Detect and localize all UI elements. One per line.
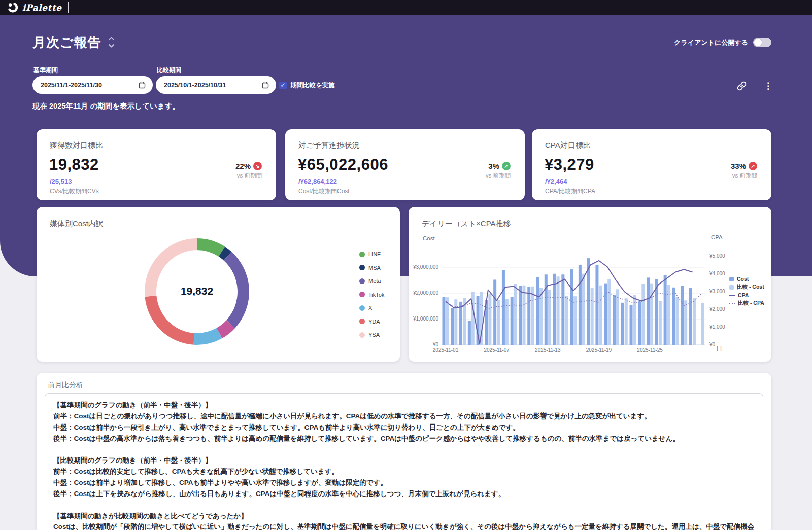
compare-checkbox[interactable]: ✓ [279, 82, 287, 89]
compare-cost-bar[interactable] [693, 298, 696, 345]
compare-cost-bar[interactable] [675, 297, 679, 345]
compare-cpa-line[interactable] [446, 292, 701, 308]
compare-cost-bar[interactable] [522, 286, 525, 345]
cost-bar[interactable] [689, 288, 692, 345]
cost-bar[interactable] [672, 288, 675, 345]
cost-bar[interactable] [621, 303, 624, 345]
kpi-label: CPA/比較期間CPA [545, 187, 595, 196]
kpi-value: ¥65,022,606 [298, 156, 388, 174]
daily-legend-item[interactable]: CPA [729, 291, 764, 299]
legend-dot-icon [359, 278, 365, 284]
share-link-button[interactable] [737, 81, 747, 91]
donut-chart-title: 媒体別Cost内訳 [50, 219, 104, 229]
compare-cost-bar[interactable] [625, 298, 628, 345]
compare-cost-bar[interactable] [591, 288, 594, 345]
donut-legend-item-TikTok[interactable]: TikTok [359, 288, 384, 302]
daily-legend-item[interactable]: Cost [729, 275, 764, 283]
report-select-chevrons-icon[interactable] [108, 36, 115, 49]
cost-bar[interactable] [570, 269, 573, 345]
compare-cost-bar[interactable] [641, 284, 645, 345]
legend-label: 比較 - Cost [737, 284, 764, 291]
daily-legend-item[interactable]: 比較 - CPA [729, 299, 764, 307]
legend-dot-icon [359, 319, 365, 324]
compare-cost-bar[interactable] [514, 284, 517, 345]
cost-bar[interactable] [681, 286, 684, 345]
compare-cost-bar[interactable] [454, 299, 457, 345]
cost-bar[interactable] [511, 297, 514, 345]
donut-legend: LINEMSAMetaTikTokXYDAYSA [359, 248, 384, 342]
analysis-title: 前月比分析 [48, 381, 83, 390]
cost-bar[interactable] [459, 302, 462, 345]
cost-bar[interactable] [638, 301, 641, 345]
cost-bar[interactable] [519, 286, 522, 345]
kpi-card-cpa: CPA対目標比 ¥3,279 /¥2,464 CPA/比較期間CPA 33% ↗… [532, 129, 771, 200]
donut-legend-item-LINE[interactable]: LINE [359, 248, 384, 261]
compare-cost-bar[interactable] [548, 290, 551, 345]
compare-cost-bar[interactable] [599, 286, 602, 345]
cost-bar[interactable] [468, 321, 471, 345]
compare-cost-bar[interactable] [582, 274, 585, 345]
donut-legend-item-YSA[interactable]: YSA [359, 328, 384, 342]
cost-bar[interactable] [579, 265, 582, 345]
legend-dot-icon [359, 332, 365, 338]
app-logo[interactable]: iPalette [0, 2, 62, 13]
cost-bar[interactable] [664, 275, 667, 345]
daily-cost-cpa-card: デイリーコスト×CPA推移 Cost CPA 日 ¥0¥1,000,000¥2,… [409, 207, 771, 362]
cost-bar[interactable] [502, 270, 505, 345]
compare-cost-bar[interactable] [488, 294, 491, 345]
kpi-title: 獲得数対目標比 [50, 140, 103, 150]
donut-legend-item-MSA[interactable]: MSA [359, 261, 384, 275]
cost-bar[interactable] [613, 295, 616, 345]
cost-bar[interactable] [443, 297, 446, 345]
cost-bar[interactable] [545, 274, 548, 345]
legend-swatch-icon [729, 295, 735, 296]
legend-swatch-icon [729, 277, 734, 281]
page-title: 月次ご報告 [32, 33, 101, 51]
compare-cost-bar[interactable] [565, 296, 568, 345]
cost-bar[interactable] [493, 279, 496, 345]
cost-bar[interactable] [595, 265, 598, 345]
compare-cost-bar[interactable] [659, 301, 662, 345]
cost-bar[interactable] [647, 277, 650, 345]
ipalette-logo-icon [7, 2, 18, 13]
legend-dot-icon [359, 265, 365, 270]
compare-period-input[interactable]: 2025/10/1-2025/10/31 [156, 76, 276, 94]
base-period-value: 2025/11/1-2025/11/30 [41, 82, 102, 89]
cost-bar[interactable] [451, 308, 454, 345]
compare-period-label: 比較期間 [157, 66, 181, 75]
analysis-textbox[interactable]: 【基準期間のグラフの動き（前半・中盤・後半）】 前半：Costは日ごとの振れがあ… [45, 393, 763, 530]
kpi-label: Cost/比較期間Cost [298, 187, 350, 196]
x-axis-tick-label: 2025-11-19 [586, 347, 612, 353]
compare-cost-bar[interactable] [446, 297, 449, 345]
compare-cost-bar[interactable] [701, 303, 704, 345]
donut-legend-item-YDA[interactable]: YDA [359, 315, 384, 329]
kpi-value: ¥3,279 [545, 156, 594, 174]
donut-legend-item-Meta[interactable]: Meta [359, 274, 384, 288]
more-menu-button[interactable]: ⋮ [764, 82, 772, 90]
cost-bar[interactable] [630, 305, 633, 345]
cost-bar[interactable] [561, 274, 564, 345]
base-period-input[interactable]: 2025/11/1-2025/11/30 [32, 76, 153, 94]
left-axis-tick-label: ¥0 [432, 342, 439, 347]
donut-legend-item-X[interactable]: X [359, 301, 384, 315]
legend-label: YSA [368, 332, 380, 338]
cost-bar[interactable] [604, 284, 607, 345]
compare-cost-bar[interactable] [607, 279, 611, 345]
legend-dot-icon [359, 252, 365, 257]
daily-legend-item[interactable]: 比較 - Cost [729, 283, 764, 291]
compare-cost-bar[interactable] [531, 287, 534, 345]
cost-bar[interactable] [536, 277, 539, 345]
legend-dot-icon [359, 305, 365, 311]
compare-cost-bar[interactable] [557, 276, 560, 345]
compare-cost-bar[interactable] [573, 296, 577, 345]
donut-segment-X[interactable] [194, 328, 222, 345]
kpi-card-cost: 対ご予算進捗状況 ¥65,022,606 /¥62,864,122 Cost/比… [285, 129, 525, 200]
publish-toggle[interactable] [753, 38, 771, 47]
donut-segment-YDA[interactable] [145, 296, 194, 345]
cost-bar[interactable] [527, 287, 530, 345]
compare-cost-bar[interactable] [471, 292, 475, 345]
kpi-delta-block: 33% ↗ vs 前期間 [731, 162, 757, 180]
compare-period-value: 2025/10/1-2025/10/31 [164, 82, 226, 89]
compare-cost-bar[interactable] [684, 300, 687, 345]
legend-label: X [368, 305, 372, 311]
